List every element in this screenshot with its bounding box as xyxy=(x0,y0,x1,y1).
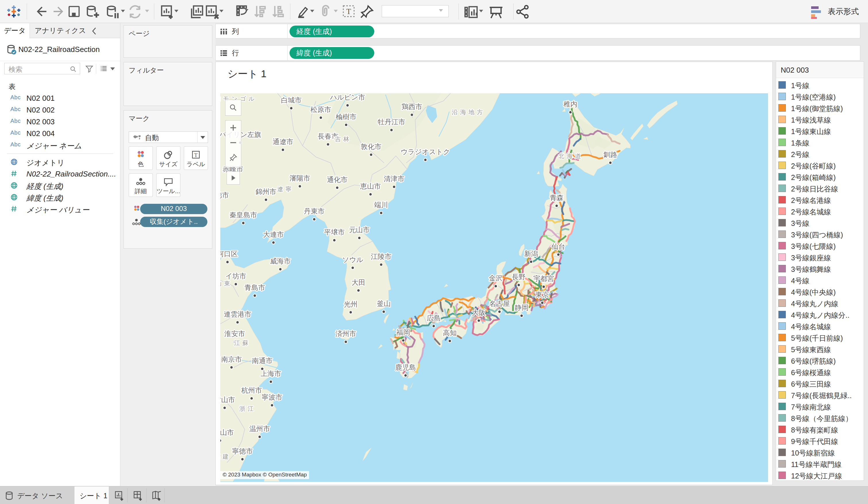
svg-text:連雲港市: 連雲港市 xyxy=(224,310,251,318)
svg-text:元山市: 元山市 xyxy=(349,226,370,234)
svg-text:東京: 東京 xyxy=(535,291,549,298)
svg-text:丹東市: 丹東市 xyxy=(304,207,324,215)
svg-text:済州市: 済州市 xyxy=(335,330,356,337)
svg-text:寧波市: 寧波市 xyxy=(262,393,282,401)
svg-text:福建: 福建 xyxy=(220,453,231,460)
svg-text:沿海地方: 沿海地方 xyxy=(452,109,485,115)
svg-text:牡丹江市: 牡丹江市 xyxy=(378,118,405,126)
svg-text:楡樹市: 楡樹市 xyxy=(336,113,356,120)
svg-text:遼寧: 遼寧 xyxy=(277,186,294,192)
svg-text:北海道: 北海道 xyxy=(558,153,583,159)
svg-text:武夷山市: 武夷山市 xyxy=(220,429,234,436)
svg-text:高知: 高知 xyxy=(443,329,457,337)
svg-text:青森: 青森 xyxy=(550,194,564,201)
svg-text:江蘇: 江蘇 xyxy=(234,339,251,346)
svg-text:大田: 大田 xyxy=(352,279,365,286)
svg-text:浙江: 浙江 xyxy=(239,405,256,412)
svg-text:長野: 長野 xyxy=(512,273,526,281)
svg-text:秦皇島市: 秦皇島市 xyxy=(229,211,257,219)
svg-text:T: T xyxy=(194,152,198,158)
svg-text:金沢: 金沢 xyxy=(489,274,503,282)
svg-text:ハルビン市: ハルビン市 xyxy=(330,93,365,101)
svg-text:大阪: 大阪 xyxy=(472,308,486,316)
svg-text:山東: 山東 xyxy=(220,280,232,287)
svg-text:吉林: 吉林 xyxy=(335,136,352,143)
svg-text:新潟: 新潟 xyxy=(524,250,538,258)
svg-text:ソウル: ソウル xyxy=(342,256,363,263)
svg-text:淮安市: 淮安市 xyxy=(224,330,245,337)
svg-text:青島市: 青島市 xyxy=(245,284,265,291)
svg-text:イ坊市: イ坊市 xyxy=(226,272,246,280)
svg-text:大連市: 大連市 xyxy=(263,230,284,238)
svg-text:鶏西市: 鶏西市 xyxy=(402,103,422,111)
svg-text:承徳市: 承徳市 xyxy=(220,191,229,199)
svg-text:仙台: 仙台 xyxy=(551,242,565,250)
svg-text:T: T xyxy=(347,7,351,16)
svg-text:通遼市: 通遼市 xyxy=(272,138,293,146)
svg-text:ウラジオストク: ウラジオストク xyxy=(401,148,450,156)
svg-text:釧路: 釧路 xyxy=(603,151,617,158)
svg-text:平壌市: 平壌市 xyxy=(324,228,345,236)
svg-text:南京市: 南京市 xyxy=(221,355,242,363)
svg-text:江陵市: 江陵市 xyxy=(371,253,392,260)
svg-text:宇都宮: 宇都宮 xyxy=(534,275,554,282)
svg-text:河口区: 河口区 xyxy=(220,250,238,258)
svg-text:瀋陽市: 瀋陽市 xyxy=(290,174,310,182)
svg-text:名古屋: 名古屋 xyxy=(489,300,510,307)
svg-text:光州: 光州 xyxy=(344,300,358,308)
svg-text:威海市: 威海市 xyxy=(270,257,291,265)
svg-text:白城市: 白城市 xyxy=(281,96,302,104)
svg-text:黄山市: 黄山市 xyxy=(220,396,235,403)
svg-text:福岡: 福岡 xyxy=(396,328,410,336)
svg-text:南通市: 南通市 xyxy=(252,357,272,365)
svg-text:通化市: 通化市 xyxy=(327,176,348,183)
svg-text:寧徳市: 寧徳市 xyxy=(232,447,253,455)
svg-text:上海市: 上海市 xyxy=(260,370,281,377)
svg-text:端川: 端川 xyxy=(374,201,388,209)
svg-text:錦州市: 錦州市 xyxy=(255,188,276,196)
svg-text:鹿児島: 鹿児島 xyxy=(395,363,416,371)
svg-text:松原市: 松原市 xyxy=(310,106,331,113)
svg-text:温州市: 温州市 xyxy=(249,425,270,432)
svg-text:清津市: 清津市 xyxy=(384,175,404,182)
svg-text:敦化市: 敦化市 xyxy=(361,143,381,150)
svg-text:恵山市: 恵山市 xyxy=(360,182,381,190)
svg-text:釜山: 釜山 xyxy=(377,300,391,307)
svg-text:静岡: 静岡 xyxy=(515,304,528,312)
svg-text:杭州市: 杭州市 xyxy=(241,386,262,394)
svg-text:稚内: 稚内 xyxy=(563,100,577,108)
svg-text:広島: 広島 xyxy=(427,314,441,322)
